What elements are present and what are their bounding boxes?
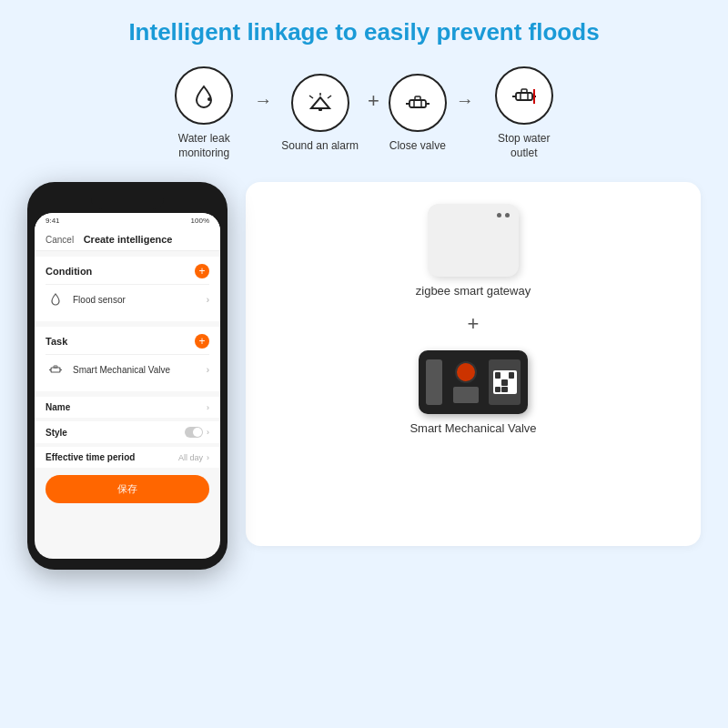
svg-rect-18 <box>51 368 60 372</box>
flow-icon-close-valve <box>389 74 447 132</box>
phone-valve-label: Smart Mechanical Valve <box>73 365 207 375</box>
phone-valve-icon <box>46 359 66 379</box>
panel-plus-divider: + <box>468 312 480 336</box>
phone-condition-row[interactable]: Flood sensor › <box>46 284 209 314</box>
svg-rect-1 <box>318 108 322 111</box>
right-panel: zigbee smart gateway + <box>246 182 701 546</box>
phone-flood-sensor-icon <box>46 289 66 309</box>
flow-label-stop-water: Stop water outlet <box>483 132 565 160</box>
page-container: Intelligent linkage to easily prevent fl… <box>0 0 728 728</box>
valve-image <box>419 350 528 414</box>
phone-status-bar: 9:41 100% <box>35 213 220 228</box>
main-content: 9:41 100% Cancel Create intelligence Con… <box>27 182 701 710</box>
svg-rect-14 <box>521 89 527 93</box>
flow-plus: + <box>368 89 379 113</box>
phone-battery: 100% <box>191 217 209 225</box>
phone-condition-section: Condition + Flood sensor › <box>35 257 220 321</box>
flow-label-alarm: Sound an alarm <box>281 139 359 154</box>
phone-screen: 9:41 100% Cancel Create intelligence Con… <box>35 213 220 559</box>
phone-flood-sensor-chevron: › <box>207 295 209 305</box>
gateway-image <box>428 204 519 277</box>
svg-rect-5 <box>410 100 426 107</box>
valve-center-part <box>442 361 489 403</box>
phone-task-title: Task <box>46 336 67 347</box>
phone-condition-header: Condition + <box>46 264 209 278</box>
flow-item-stop-water: Stop water outlet <box>483 66 565 160</box>
flow-item-alarm: Sound an alarm <box>281 74 359 154</box>
flow-item-water-leak: Water leak monitoring <box>163 66 245 160</box>
phone-style-value: › <box>185 427 209 438</box>
valve-power-button <box>455 361 477 383</box>
flow-icon-water-leak <box>175 66 233 125</box>
gateway-dots <box>497 213 510 217</box>
phone-task-row[interactable]: Smart Mechanical Valve › <box>46 354 209 384</box>
phone-style-row[interactable]: Style › <box>35 421 220 443</box>
phone-style-toggle[interactable] <box>185 427 203 438</box>
phone-effective-text: All day <box>178 453 203 462</box>
phone-name-label: Name <box>46 402 70 412</box>
gateway-label: zigbee smart gateway <box>416 284 531 298</box>
flow-label-close-valve: Close valve <box>389 139 446 154</box>
gateway-container: zigbee smart gateway <box>416 204 531 298</box>
flow-arrow-2: → <box>456 90 474 111</box>
phone-flood-sensor-label: Flood sensor <box>73 295 207 305</box>
page-title: Intelligent linkage to easily prevent fl… <box>128 18 599 46</box>
phone-task-add-button[interactable]: + <box>195 334 209 349</box>
valve-screen <box>453 387 479 403</box>
valve-container: Smart Mechanical Valve <box>410 350 536 435</box>
flow-icon-stop-water <box>495 66 553 125</box>
svg-line-3 <box>328 96 331 98</box>
flow-diagram: Water leak monitoring → Sound an alarm + <box>27 66 701 160</box>
phone-style-label: Style <box>46 428 67 438</box>
phone-name-row[interactable]: Name › <box>35 397 220 418</box>
svg-rect-11 <box>516 93 532 100</box>
svg-line-2 <box>309 96 313 98</box>
gateway-dot-2 <box>505 213 510 217</box>
phone-nav-title: Create intelligence <box>84 234 173 245</box>
flow-icon-alarm <box>291 74 349 132</box>
phone-mockup: 9:41 100% Cancel Create intelligence Con… <box>27 182 228 570</box>
phone-effective-value: All day › <box>178 453 209 462</box>
gateway-dot-1 <box>497 213 501 217</box>
phone-condition-title: Condition <box>46 266 92 277</box>
phone-condition-add-button[interactable]: + <box>195 264 209 278</box>
valve-left-part <box>426 359 442 405</box>
phone-nav-bar: Cancel Create intelligence <box>35 228 220 251</box>
phone-effective-label: Effective time period <box>46 452 135 462</box>
phone-task-section: Task + Smart Mechanical Valve <box>35 327 220 391</box>
valve-label: Smart Mechanical Valve <box>410 421 536 435</box>
phone-name-value: › <box>207 403 209 412</box>
phone-save-button[interactable]: 保存 <box>46 475 209 503</box>
svg-rect-8 <box>415 96 420 100</box>
phone-valve-chevron: › <box>207 365 209 375</box>
flow-item-close-valve: Close valve <box>389 74 447 154</box>
flow-arrow-1: → <box>254 90 272 111</box>
valve-qr-code <box>493 370 517 394</box>
phone-effective-row[interactable]: Effective time period All day › <box>35 447 220 468</box>
phone-cancel-button[interactable]: Cancel <box>46 235 74 245</box>
svg-rect-19 <box>54 366 57 368</box>
flow-label-water-leak: Water leak monitoring <box>163 132 245 160</box>
phone-time: 9:41 <box>46 217 60 225</box>
phone-task-header: Task + <box>46 334 209 349</box>
phone-notch <box>91 193 164 209</box>
valve-right-part <box>489 359 521 405</box>
svg-point-0 <box>207 97 211 101</box>
